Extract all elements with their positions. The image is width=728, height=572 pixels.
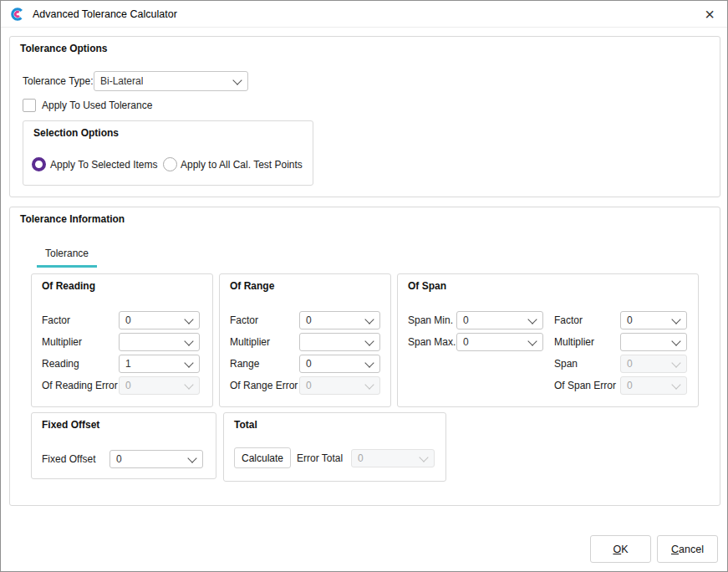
of-reading-factor-select[interactable]: 0 (119, 311, 200, 329)
of-range-title: Of Range (230, 280, 274, 292)
window-title: Advanced Tolerance Calculator (33, 8, 177, 20)
close-icon[interactable]: × (701, 6, 718, 23)
chevron-down-icon (184, 358, 193, 367)
of-reading-factor-label: Factor (42, 311, 70, 329)
of-span-factor-label: Factor (554, 311, 583, 329)
of-reading-reading-select[interactable]: 1 (119, 355, 200, 373)
advanced-tolerance-calculator-dialog: Advanced Tolerance Calculator × Toleranc… (0, 0, 728, 572)
chevron-down-icon (184, 336, 193, 345)
of-span-multiplier-label: Multiplier (554, 333, 594, 351)
of-reading-title: Of Reading (42, 280, 95, 292)
chevron-down-icon (364, 358, 374, 367)
error-total-label: Error Total (297, 449, 343, 467)
of-range-multiplier-select[interactable] (299, 333, 380, 351)
of-span-span-label: Span (554, 355, 578, 373)
chevron-down-icon (184, 380, 193, 389)
chevron-down-icon (364, 314, 374, 324)
tolerance-type-label: Tolerance Type: (23, 72, 94, 90)
chevron-down-icon (187, 453, 196, 462)
of-span-error-select: 0 (620, 376, 687, 395)
of-reading-error-select: 0 (119, 376, 200, 395)
of-span-factor-select[interactable]: 0 (620, 311, 687, 329)
tolerance-options-group: Tolerance Options Tolerance Type: Bi-Lat… (9, 36, 720, 197)
of-span-multiplier-select[interactable] (620, 333, 687, 351)
of-range-factor-label: Factor (230, 311, 258, 329)
of-range-factor-select[interactable]: 0 (299, 311, 380, 329)
calculate-button[interactable]: Calculate (234, 447, 291, 468)
of-reading-group: Of Reading Factor 0 Multiplier Reading 1… (31, 273, 213, 407)
tolerance-options-title: Tolerance Options (20, 43, 107, 54)
span-max-select[interactable]: 0 (456, 333, 543, 351)
chevron-down-icon (184, 314, 193, 324)
ok-button[interactable]: OK (590, 535, 651, 563)
chevron-down-icon (527, 314, 537, 324)
tolerance-information-title: Tolerance Information (20, 213, 125, 225)
apply-to-used-tolerance-label: Apply To Used Tolerance (42, 96, 152, 115)
chevron-down-icon (364, 380, 374, 389)
of-reading-multiplier-select[interactable] (119, 333, 200, 351)
of-span-group: Of Span Span Min. 0 Span Max. 0 Factor 0… (397, 273, 699, 407)
of-span-error-label: Of Span Error (554, 376, 616, 395)
tolerance-type-select[interactable]: Bi-Lateral (94, 71, 248, 91)
tolerance-information-group: Tolerance Information Tolerance Of Readi… (9, 207, 720, 506)
chevron-down-icon (671, 314, 680, 324)
error-total-select: 0 (351, 449, 435, 467)
of-reading-error-label: Of Reading Error (42, 376, 118, 395)
of-range-range-label: Range (230, 355, 259, 373)
span-max-label: Span Max. (408, 333, 456, 351)
fixed-offset-label: Fixed Offset (42, 450, 95, 468)
of-range-range-select[interactable]: 0 (299, 355, 380, 373)
total-title: Total (234, 419, 257, 431)
chevron-down-icon (364, 336, 374, 345)
apply-to-all-cal-test-points-radio[interactable] (163, 157, 177, 171)
span-min-label: Span Min. (408, 311, 453, 329)
calculate-button-label: Calculate (242, 452, 283, 464)
of-reading-reading-label: Reading (42, 355, 79, 373)
app-logo-icon (10, 7, 25, 22)
of-span-title: Of Span (408, 280, 446, 292)
ok-button-label: OK (613, 544, 628, 555)
chevron-down-icon (527, 336, 537, 345)
chevron-down-icon (671, 336, 680, 345)
fixed-offset-title: Fixed Offset (42, 419, 99, 431)
apply-to-selected-items-label: Apply To Selected Items (50, 156, 158, 174)
of-range-group: Of Range Factor 0 Multiplier Range 0 Of … (219, 273, 391, 407)
total-group: Total Calculate Error Total 0 (223, 412, 446, 482)
selection-options-group: Selection Options Apply To Selected Item… (23, 120, 313, 186)
of-reading-multiplier-label: Multiplier (42, 333, 82, 351)
chevron-down-icon (419, 452, 428, 462)
of-range-error-select: 0 (299, 376, 380, 395)
chevron-down-icon (671, 380, 680, 389)
span-min-select[interactable]: 0 (456, 311, 543, 329)
title-bar: Advanced Tolerance Calculator × (1, 1, 727, 28)
of-range-multiplier-label: Multiplier (230, 333, 270, 351)
chevron-down-icon (671, 358, 680, 367)
apply-to-used-tolerance-checkbox[interactable] (23, 99, 36, 112)
cancel-button[interactable]: Cancel (657, 535, 718, 563)
of-range-error-label: Of Range Error (230, 376, 298, 395)
fixed-offset-select[interactable]: 0 (109, 450, 203, 468)
tab-tolerance[interactable]: Tolerance (37, 248, 97, 268)
of-span-span-select: 0 (620, 355, 687, 373)
fixed-offset-group: Fixed Offset Fixed Offset 0 (31, 412, 216, 479)
chevron-down-icon (232, 75, 242, 84)
selection-options-title: Selection Options (33, 127, 119, 139)
apply-to-all-cal-test-points-label: Apply to All Cal. Test Points (181, 156, 303, 174)
cancel-button-label: Cancel (671, 544, 704, 555)
apply-to-selected-items-radio[interactable] (32, 157, 46, 171)
